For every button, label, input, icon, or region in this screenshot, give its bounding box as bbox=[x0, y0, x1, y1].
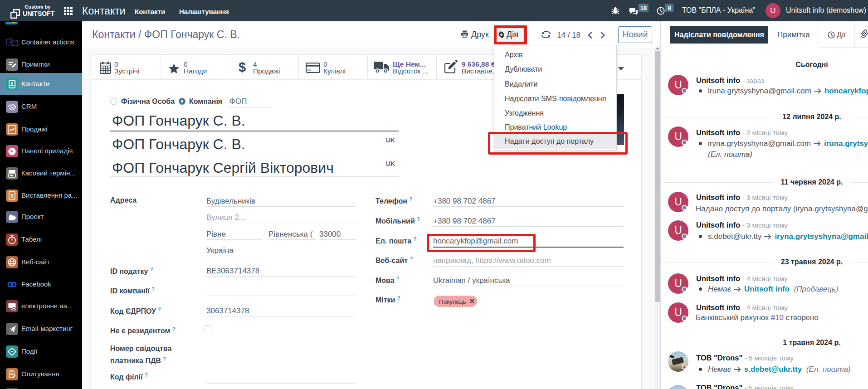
svg-text:$: $ bbox=[10, 193, 13, 198]
